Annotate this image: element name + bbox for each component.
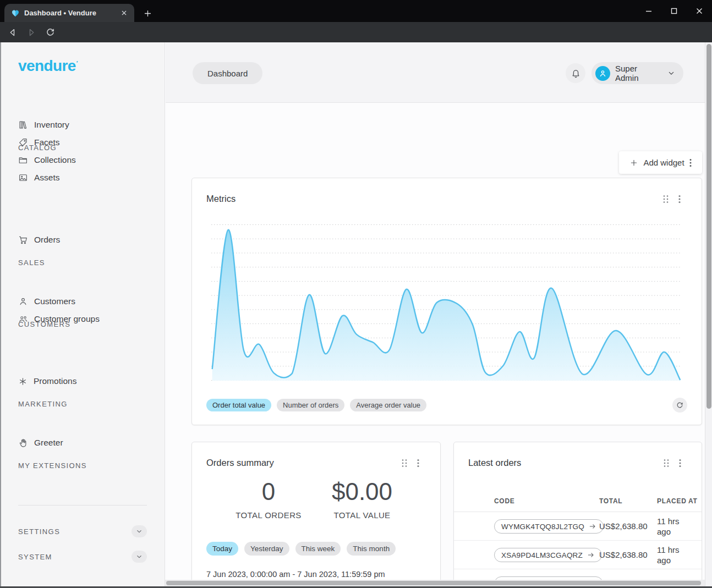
window-controls bbox=[636, 0, 712, 22]
vendure-logo: vendure′ bbox=[18, 57, 78, 75]
tab-close-icon[interactable] bbox=[119, 8, 129, 18]
settings-expand-button[interactable] bbox=[132, 525, 147, 537]
sidebar-item-promotions[interactable]: Promotions bbox=[18, 373, 76, 389]
sidebar-item-customers[interactable]: Customers bbox=[18, 294, 75, 309]
add-widget-button[interactable]: Add widget bbox=[619, 151, 702, 174]
app-header: Dashboard Super Admin bbox=[166, 42, 705, 103]
orders-summary-title: Orders summary bbox=[206, 458, 274, 468]
plus-icon bbox=[629, 158, 638, 167]
window-maximize-button[interactable] bbox=[661, 0, 687, 22]
facets-tag-icon bbox=[18, 138, 28, 147]
tab-average-order-value[interactable]: Average order value bbox=[350, 399, 426, 411]
orders-table-header: CODE TOTAL PLACED AT bbox=[454, 491, 702, 512]
vendure-heart-favicon bbox=[11, 9, 20, 18]
breadcrumb[interactable]: Dashboard bbox=[193, 62, 262, 84]
assets-image-icon bbox=[18, 173, 28, 183]
sidebar-item-assets[interactable]: Assets bbox=[18, 170, 60, 185]
range-yesterday[interactable]: Yesterday bbox=[244, 542, 289, 556]
tab-number-of-orders[interactable]: Number of orders bbox=[277, 399, 344, 411]
sidebar-item-facets[interactable]: Facets bbox=[18, 135, 60, 150]
order-total: US$2,638.80 bbox=[599, 550, 648, 559]
sidebar-item-orders[interactable]: Orders bbox=[18, 232, 60, 248]
range-this-week[interactable]: This week bbox=[295, 542, 341, 556]
order-code-chip[interactable]: XSA9PD4LM3CGAQRZ bbox=[494, 548, 602, 562]
system-expand-button[interactable] bbox=[132, 551, 147, 563]
col-code: CODE bbox=[494, 497, 514, 505]
vertical-scrollbar[interactable] bbox=[705, 42, 712, 588]
sidebar-section-my-extensions: MY EXTENSIONS bbox=[18, 461, 87, 470]
sidebar-item-inventory[interactable]: Inventory bbox=[18, 117, 69, 133]
window-minimize-button[interactable] bbox=[636, 0, 661, 22]
order-placed-at: 11 hrs ago bbox=[657, 516, 684, 537]
inventory-books-icon bbox=[18, 120, 28, 130]
user-name: Super Admin bbox=[615, 64, 662, 83]
summary-period: 7 Jun 2023, 0:00:00 am - 7 Jun 2023, 11:… bbox=[206, 570, 385, 579]
latest-orders-title: Latest orders bbox=[468, 458, 521, 468]
latest-orders-widget: Latest orders CODE TOTAL PLACED AT WYMGK… bbox=[453, 442, 702, 588]
bell-icon bbox=[571, 68, 581, 79]
horizontal-scrollbar-thumb[interactable] bbox=[166, 581, 701, 585]
tab-order-total-value[interactable]: Order total value bbox=[206, 399, 271, 411]
drag-handle-icon[interactable] bbox=[662, 195, 669, 204]
tab-title: Dashboard • Vendure bbox=[24, 9, 114, 17]
collections-folder-icon bbox=[18, 155, 28, 165]
sidebar-item-greeter[interactable]: Greeter bbox=[18, 435, 63, 450]
user-menu[interactable]: Super Admin bbox=[591, 62, 683, 84]
kebab-menu-icon[interactable] bbox=[678, 195, 681, 204]
metrics-widget: Metrics Ord bbox=[191, 178, 702, 425]
user-avatar-icon bbox=[595, 66, 610, 81]
customer-person-icon bbox=[18, 296, 28, 306]
metrics-title: Metrics bbox=[206, 194, 235, 204]
browser-toolbar: ! localhost:3000/admin/ bbox=[0, 22, 712, 42]
order-total: US$2,638.80 bbox=[599, 521, 648, 531]
summary-range-tabs: Today Yesterday This week This month bbox=[206, 542, 396, 556]
vertical-scrollbar-thumb[interactable] bbox=[706, 44, 711, 409]
col-placed-at: PLACED AT bbox=[657, 497, 698, 505]
drag-handle-icon[interactable] bbox=[663, 459, 670, 468]
window-left-edge bbox=[0, 42, 1, 588]
sidebar-section-sales: SALES bbox=[18, 259, 45, 267]
window-close-button[interactable] bbox=[687, 0, 712, 22]
total-value-stat: $0.00 TOTAL VALUE bbox=[332, 479, 392, 520]
sidebar-divider bbox=[18, 505, 147, 505]
metrics-chart bbox=[211, 224, 681, 381]
vendure-admin-app: vendure′ CATALOG Inventory Facets Collec… bbox=[0, 42, 712, 588]
tab-strip: Dashboard • Vendure bbox=[0, 0, 712, 22]
order-code-chip[interactable]: WYMGK4TQQ8JL2TGQ bbox=[494, 519, 604, 534]
back-icon[interactable] bbox=[4, 24, 21, 41]
chevron-down-icon bbox=[667, 69, 676, 78]
reload-icon[interactable] bbox=[42, 24, 58, 41]
order-row: WYMGK4TQQ8JL2TGQ US$2,638.80 11 hrs ago bbox=[454, 512, 702, 541]
sidebar-item-customer-groups[interactable]: Customer groups bbox=[18, 311, 100, 327]
kebab-menu-icon[interactable] bbox=[417, 459, 419, 468]
total-orders-stat: 0 TOTAL ORDERS bbox=[235, 479, 302, 520]
metrics-tabs: Order total value Number of orders Avera… bbox=[206, 399, 426, 411]
sidebar-section-marketing: MARKETING bbox=[18, 400, 68, 408]
col-total: TOTAL bbox=[599, 497, 622, 505]
add-widget-kebab-icon[interactable] bbox=[689, 158, 692, 167]
sidebar-section-settings[interactable]: SETTINGS bbox=[18, 524, 147, 538]
sidebar-section-system[interactable]: SYSTEM bbox=[18, 549, 147, 564]
orders-cart-icon bbox=[18, 235, 28, 245]
customer-groups-icon bbox=[18, 314, 28, 324]
drag-handle-icon[interactable] bbox=[401, 459, 408, 468]
new-tab-button[interactable] bbox=[140, 6, 155, 21]
browser-window: Dashboard • Vendure bbox=[0, 0, 712, 588]
order-placed-at: 11 hrs ago bbox=[657, 545, 684, 566]
forward-icon[interactable] bbox=[23, 24, 40, 41]
greeter-hand-icon bbox=[18, 438, 28, 448]
kebab-menu-icon[interactable] bbox=[679, 459, 681, 468]
range-this-month[interactable]: This month bbox=[347, 542, 396, 556]
sidebar-item-collections[interactable]: Collections bbox=[18, 152, 76, 168]
promotions-asterisk-icon bbox=[18, 377, 28, 386]
orders-summary-widget: Orders summary 0 TOTAL ORDERS $0.00 TOTA… bbox=[191, 442, 441, 588]
notifications-button[interactable] bbox=[566, 63, 585, 83]
refresh-button[interactable] bbox=[672, 398, 687, 413]
browser-tab[interactable]: Dashboard • Vendure bbox=[4, 4, 134, 22]
refresh-icon bbox=[676, 401, 684, 409]
range-today[interactable]: Today bbox=[206, 542, 238, 556]
dashboard-content: Add widget Metrics bbox=[166, 103, 705, 588]
horizontal-scrollbar[interactable] bbox=[165, 580, 705, 586]
order-row: XSA9PD4LM3CGAQRZ US$2,638.80 11 hrs ago bbox=[454, 541, 702, 569]
sidebar: vendure′ CATALOG Inventory Facets Collec… bbox=[0, 42, 165, 588]
